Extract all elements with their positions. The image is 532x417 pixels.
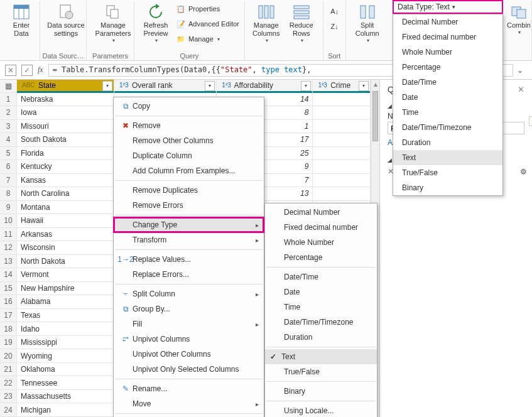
table-icon bbox=[11, 3, 31, 21]
formula-expand-icon[interactable]: ⌄ bbox=[513, 66, 527, 75]
changetype-option-date-time[interactable]: Date/Time bbox=[265, 269, 377, 284]
ribbon-group-managecols: ManageColumns ReduceRows bbox=[245, 1, 323, 61]
columns-icon bbox=[256, 3, 276, 21]
svg-point-5 bbox=[65, 11, 73, 19]
ctx-replace-errors[interactable]: Replace Errors... bbox=[114, 267, 264, 282]
sort-desc-button[interactable]: Z↓ bbox=[330, 20, 340, 33]
refresh-preview-button[interactable]: RefreshPreview bbox=[138, 1, 173, 43]
reduce-rows-button[interactable]: ReduceRows bbox=[284, 1, 319, 43]
editor-icon: 📝 bbox=[176, 19, 186, 29]
commit-formula-icon[interactable]: ✓ bbox=[21, 65, 33, 76]
column-header-state[interactable]: ABC State▾ bbox=[17, 80, 114, 92]
data-source-settings-button[interactable]: Data sourcesettings bbox=[44, 1, 88, 38]
ctx-add-examples[interactable]: Add Column From Examples... bbox=[114, 163, 264, 178]
manage-button[interactable]: 📁Manage bbox=[176, 33, 239, 45]
changetype-option-true-false[interactable]: True/False bbox=[265, 364, 377, 379]
column-header-overall-rank[interactable]: 1²3 Overall rank▾ bbox=[114, 80, 217, 92]
ctx-remove-dup[interactable]: Remove Duplicates bbox=[114, 183, 264, 198]
close-pane-icon[interactable]: ✕ bbox=[518, 85, 524, 94]
ctx-copy[interactable]: ⧉Copy bbox=[114, 99, 264, 114]
changetype-option-duration[interactable]: Duration bbox=[265, 330, 377, 345]
data-type-dropdown: Data Type: Text Decimal NumberFixed deci… bbox=[393, 0, 503, 196]
changetype-option-decimal-number[interactable]: Decimal Number bbox=[265, 205, 377, 220]
ctx-remove-err[interactable]: Remove Errors bbox=[114, 198, 264, 213]
cancel-formula-icon[interactable]: ✕ bbox=[5, 65, 16, 76]
remove-icon: ✖ bbox=[119, 121, 133, 130]
ctx-remove-other[interactable]: Remove Other Columns bbox=[114, 133, 264, 148]
svg-rect-11 bbox=[294, 6, 309, 9]
ctx-split-column[interactable]: ⫟Split Column bbox=[114, 286, 264, 301]
filter-icon[interactable]: ▾ bbox=[359, 81, 369, 91]
filter-icon[interactable]: ▾ bbox=[102, 81, 112, 91]
changetype-option-using-locale-[interactable]: Using Locale... bbox=[265, 403, 377, 417]
changetype-option-percentage[interactable]: Percentage bbox=[265, 250, 377, 265]
ctx-fill[interactable]: Fill bbox=[114, 317, 264, 332]
datatype-option-duration[interactable]: Duration bbox=[393, 135, 502, 150]
svg-rect-19 bbox=[517, 9, 526, 18]
rename-icon: ✎ bbox=[119, 384, 133, 393]
datatype-option-decimal-number[interactable]: Decimal Number bbox=[393, 14, 502, 30]
properties-button[interactable]: 📋Properties bbox=[176, 3, 239, 15]
column-header-affordability[interactable]: 1²3 Affordability▾ bbox=[217, 80, 313, 92]
datatype-option-true-false[interactable]: True/False bbox=[393, 165, 502, 180]
folder-icon: 📁 bbox=[176, 34, 186, 44]
sort-asc-button[interactable]: A↓ bbox=[330, 5, 340, 18]
split-icon: ⫟ bbox=[119, 290, 133, 298]
column-header-crime[interactable]: 1²3 Crime▾ bbox=[313, 80, 371, 92]
replace-icon: 1→2 bbox=[119, 255, 133, 264]
datatype-option-text[interactable]: Text bbox=[393, 150, 502, 165]
svg-rect-7 bbox=[111, 9, 118, 18]
copy-icon: ⧉ bbox=[119, 102, 133, 111]
data-type-selector[interactable]: Data Type: Text bbox=[393, 0, 503, 14]
sort-desc-icon: Z↓ bbox=[330, 21, 340, 31]
changetype-option-time[interactable]: Time bbox=[265, 300, 377, 315]
refresh-icon bbox=[146, 3, 166, 21]
manage-columns-button[interactable]: ManageColumns bbox=[249, 1, 284, 43]
datatype-option-date-time[interactable]: Date/Time bbox=[393, 75, 502, 90]
manage-parameters-button[interactable]: ManageParameters bbox=[90, 1, 136, 43]
changetype-option-date[interactable]: Date bbox=[265, 284, 377, 300]
datatype-option-percentage[interactable]: Percentage bbox=[393, 60, 502, 75]
ribbon-group-sort: A↓ Z↓ Sort bbox=[323, 1, 346, 61]
datatype-option-fixed-decimal-number[interactable]: Fixed decimal number bbox=[393, 30, 502, 45]
ribbon-group-new: EnterData bbox=[0, 1, 40, 61]
changetype-option-whole-number[interactable]: Whole Number bbox=[265, 235, 377, 250]
ctx-duplicate[interactable]: Duplicate Column bbox=[114, 148, 264, 163]
change-type-submenu: Decimal NumberFixed decimal numberWhole … bbox=[264, 203, 377, 417]
ctx-unpivot-sel[interactable]: Unpivot Only Selected Columns bbox=[114, 362, 264, 377]
ctx-replace-values[interactable]: 1→2Replace Values... bbox=[114, 252, 264, 267]
ctx-unpivot[interactable]: ⥂Unpivot Columns bbox=[114, 332, 264, 347]
combine-icon bbox=[509, 3, 529, 21]
advanced-editor-button[interactable]: 📝Advanced Editor bbox=[176, 18, 239, 30]
ribbon-group-combine: Combin bbox=[501, 1, 532, 61]
svg-rect-14 bbox=[361, 6, 366, 18]
gear-icon[interactable]: ⚙ bbox=[520, 168, 527, 176]
filter-icon[interactable]: ▾ bbox=[205, 81, 215, 91]
datatype-option-binary[interactable]: Binary bbox=[393, 180, 502, 195]
combine-button[interactable]: Combin bbox=[504, 1, 532, 35]
changetype-option-date-time-timezone[interactable]: Date/Time/Timezone bbox=[265, 315, 377, 330]
enter-data-button[interactable]: EnterData bbox=[4, 1, 39, 38]
svg-rect-1 bbox=[14, 5, 29, 9]
ctx-rename[interactable]: ✎Rename... bbox=[114, 381, 264, 396]
datatype-option-date[interactable]: Date bbox=[393, 90, 502, 105]
unpivot-icon: ⥂ bbox=[119, 335, 133, 344]
datatype-option-date-time-timezone[interactable]: Date/Time/Timezone bbox=[393, 120, 502, 135]
ctx-move[interactable]: Move bbox=[114, 396, 264, 411]
datatype-option-time[interactable]: Time bbox=[393, 105, 502, 120]
changetype-option-fixed-decimal-number[interactable]: Fixed decimal number bbox=[265, 220, 377, 235]
filter-icon[interactable]: ▾ bbox=[301, 81, 311, 91]
ctx-unpivot-other[interactable]: Unpivot Other Columns bbox=[114, 347, 264, 362]
changetype-option-binary[interactable]: Binary bbox=[265, 384, 377, 399]
changetype-option-text[interactable]: Text bbox=[265, 349, 377, 364]
ctx-remove[interactable]: ✖Remove bbox=[114, 118, 264, 133]
ribbon-group-query: RefreshPreview 📋Properties 📝Advanced Edi… bbox=[134, 1, 245, 61]
split-column-button[interactable]: SplitColumn bbox=[350, 1, 385, 43]
data-type-list: Decimal NumberFixed decimal numberWhole … bbox=[393, 14, 503, 196]
parameters-icon bbox=[103, 3, 123, 21]
ctx-change-type[interactable]: Change Type bbox=[114, 217, 264, 232]
ctx-transform[interactable]: Transform bbox=[114, 232, 264, 247]
ctx-group-by[interactable]: ⧉Group By... bbox=[114, 301, 264, 317]
datatype-option-whole-number[interactable]: Whole Number bbox=[393, 45, 502, 60]
data-grid-wrap: ▦ABC State▾1²3 Overall rank▾1²3 Affordab… bbox=[0, 80, 380, 417]
